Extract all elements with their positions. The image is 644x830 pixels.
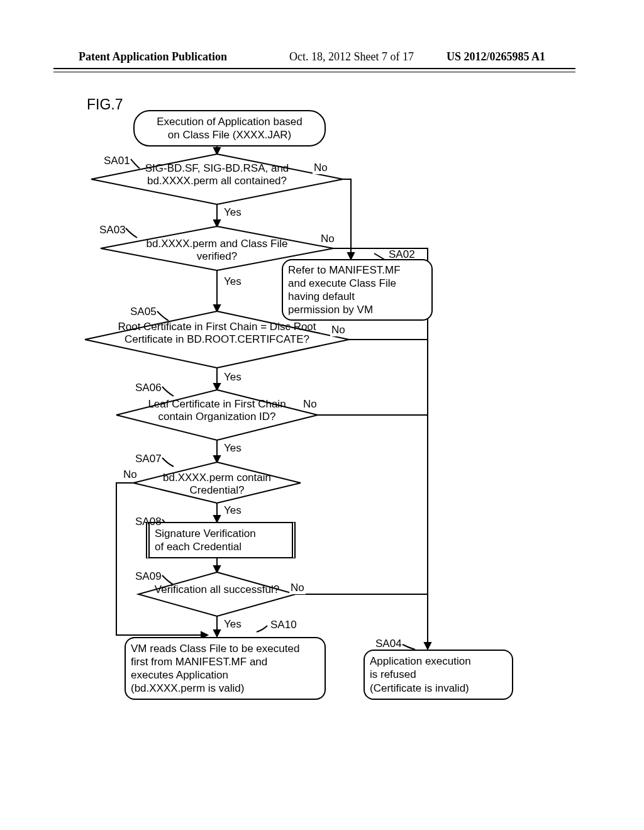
sa05-label: SA05 [130, 306, 157, 318]
sa07-label: SA07 [135, 453, 162, 465]
sa09-yes: Yes [223, 618, 243, 631]
sa07-text: bd.XXXX.perm contain Credential? [135, 472, 299, 497]
sa02-box: Refer to MANIFEST.MF and execute Class F… [282, 259, 433, 321]
sa06-no: No [302, 398, 318, 411]
sa05-text: Root Certificate in First Chain = Disc R… [116, 321, 318, 346]
sa03-label: SA03 [99, 224, 126, 236]
sa07-no: No [122, 468, 138, 481]
svg-marker-25 [425, 643, 431, 649]
sa03-text: bd.XXXX.perm and Class File verified? [135, 238, 299, 263]
sa09-text: Verification all successful? [135, 584, 299, 596]
sa01-label: SA01 [104, 155, 130, 167]
sa10-box: VM reads Class File to be executed first… [125, 637, 326, 700]
start-terminator: Execution of Application based on Class … [133, 110, 326, 147]
sa09-label: SA09 [135, 570, 162, 583]
svg-marker-5 [348, 253, 354, 259]
page-container: Patent Application Publication Oct. 18, … [0, 0, 644, 830]
sa04-box: Application execution is refused (Certif… [364, 650, 513, 700]
sa06-label: SA06 [135, 382, 162, 394]
header-right: US 2012/0265985 A1 [447, 50, 545, 64]
svg-marker-4 [214, 220, 220, 226]
svg-marker-21 [214, 566, 220, 572]
svg-marker-24 [214, 630, 220, 636]
svg-marker-12 [214, 384, 220, 390]
sa09-no: No [289, 582, 306, 594]
sa08-label: SA08 [135, 516, 162, 528]
sa02-label: SA02 [389, 248, 415, 261]
sa10-label: SA10 [270, 619, 297, 631]
svg-marker-15 [214, 456, 220, 462]
sa06-text: Leaf Certificate in First Chain contain … [135, 398, 299, 424]
sa06-yes: Yes [223, 442, 243, 455]
svg-marker-8 [214, 305, 220, 311]
header-mid: Oct. 18, 2012 Sheet 7 of 17 [289, 50, 414, 64]
svg-marker-1 [214, 148, 220, 154]
sa08-box: Signature Verification of each Credentia… [146, 522, 296, 558]
sa03-no: No [319, 233, 336, 245]
sa01-text: SIG-BD.SF, SIG-BD.RSA, and bd.XXXX.perm … [135, 162, 299, 188]
sa05-no: No [330, 324, 347, 336]
sa07-yes: Yes [223, 504, 243, 517]
sa03-yes: Yes [223, 275, 243, 288]
header-left: Patent Application Publication [79, 50, 227, 64]
sa04-label: SA04 [375, 638, 402, 650]
sa01-no: No [313, 162, 329, 174]
header-rule-1 [53, 68, 575, 69]
header-rule-2 [53, 72, 575, 72]
figure-label: FIG.7 [87, 96, 123, 113]
sa01-yes: Yes [223, 206, 243, 219]
sa05-yes: Yes [223, 371, 243, 384]
svg-marker-18 [214, 516, 220, 522]
